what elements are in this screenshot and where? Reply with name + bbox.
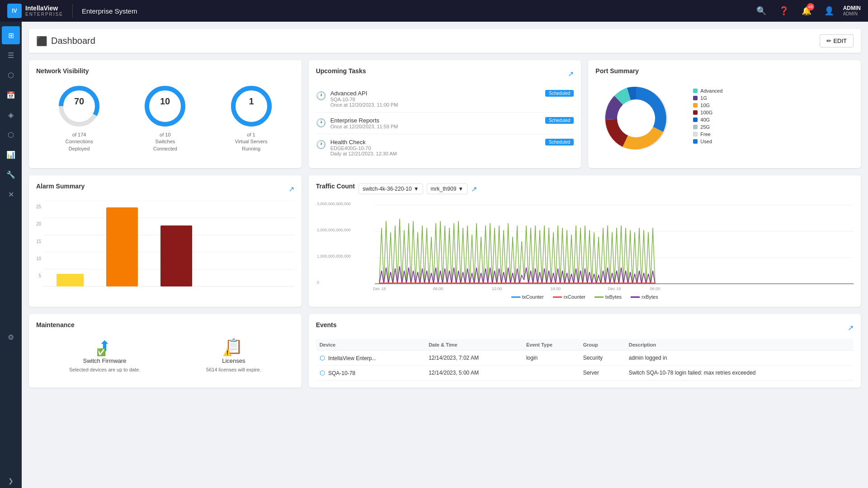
sidebar-item-list[interactable]: ☰ [2,46,20,64]
user-role: ADMIN [843,11,861,17]
events-header-row: Device Date & Time Event Type Group Desc… [316,339,854,351]
sidebar-item-box[interactable]: ⬡ [2,126,20,144]
event-device-1: ⬡ SQA-10-78 [316,366,425,380]
virtual-servers-label: of 1 Virtual Servers Running [235,131,268,152]
sidebar-item-close[interactable]: ✕ [2,185,20,203]
legend-line-rxbytes [631,296,640,298]
dashboard-grid: Network Visibility 70 of 174 Connections… [29,60,861,388]
legend-dot-used [693,139,698,144]
legend-1g: 1G [693,95,722,101]
maintenance-items: ⬆ ✅ Switch Firmware Selected devices are… [36,334,294,376]
legend-free: Free [693,131,722,137]
port-summary-card: Port Summary [588,60,861,168]
brand-sub: ENTERPRISE [25,12,63,17]
traffic-count-header: Traffic Count switch-4k-36-220-10 ▼ mrk_… [316,183,854,195]
edit-button[interactable]: ✏ EDIT [820,34,854,47]
sidebar-item-reports[interactable]: 📊 [2,145,20,164]
traffic-count-title: Traffic Count [316,183,355,190]
legend-dot-1g [693,96,698,100]
traffic-expand-icon[interactable]: ↗ [471,185,477,193]
legend-line-txcounter [511,296,520,298]
port-selector-value: mrk_th909 [431,186,457,192]
event-datetime-0: 12/14/2023, 7:02 AM [425,351,523,366]
edit-pencil-icon: ✏ [826,38,831,44]
port-summary-content: Advanced 1G 10G 100G [595,80,854,152]
legend-line-txbytes [594,296,604,298]
legend-txbytes: txBytes [594,294,622,300]
logo-text: IntellaView ENTERPRISE [25,5,63,17]
search-icon[interactable]: 🔍 [753,4,770,18]
svg-rect-19 [160,225,192,286]
dashboard-icon: ⬛ [36,36,47,47]
events-title: Events [316,321,337,328]
notification-badge: 48 [807,3,814,10]
task-name-1: Enterprise Reports [330,117,541,124]
task-time-0: Once at 12/20/2023, 11:00 PM [330,102,541,108]
legend-rxcounter: rxCounter [553,294,585,300]
task-name-2: Health Check [330,139,541,145]
switch-chevron-icon: ▼ [414,186,419,192]
firmware-desc: Selected devices are up to date. [69,367,140,372]
firmware-status-icon: ✅ [97,348,106,357]
port-selector-dropdown[interactable]: mrk_th909 ▼ [427,183,468,194]
sidebar-item-group[interactable]: ⬡ [2,66,20,84]
maintenance-firmware: ⬆ ✅ Switch Firmware Selected devices are… [69,338,140,372]
virtual-servers-donut: 1 of 1 Virtual Servers Running [229,84,274,152]
sidebar-item-dashboard[interactable]: ⊞ [2,26,20,44]
svg-rect-18 [106,207,138,286]
maintenance-card: Maintenance ⬆ ✅ Switch Firmware Selected… [29,314,302,388]
events-expand-icon[interactable]: ↗ [848,324,854,332]
task-name-0: Advanced API [330,90,541,97]
sidebar-item-settings[interactable]: ⚙ [2,328,20,346]
svg-rect-17 [57,274,84,286]
maintenance-licenses: 📋 ⚠️ Licenses 5614 licenses will expire. [206,338,261,372]
sidebar-item-tools[interactable]: 🔧 [2,165,20,183]
alarm-bar-chart-svg: Minor Major Critical [43,201,294,286]
legend-dot-free [693,132,698,136]
legend-dot-100g [693,110,698,115]
notifications-bell[interactable]: 🔔 48 [798,4,815,18]
navbar-divider [72,4,73,18]
task-device-2: EDGE400G-10-70 [330,145,541,151]
event-desc-0: admin logged in [625,351,854,366]
port-summary-chart [595,80,686,152]
task-info-2: Health Check EDGE400G-10-70 Daily at 12/… [330,139,541,156]
legend-10g: 10G [693,103,722,108]
legend-rxbytes: rxBytes [631,294,658,300]
upcoming-tasks-header: Upcoming Tasks ↗ [316,67,574,80]
sidebar-expand-button[interactable]: ❯ [8,477,14,484]
legend-dot-25g [693,125,698,129]
events-table-body: ⬡ IntellaView Enterp... 12/14/2023, 7:02… [316,351,854,380]
event-group-0: Security [580,351,625,366]
event-datetime-1: 12/14/2023, 5:00 AM [425,366,523,380]
legend-40g: 40G [693,117,722,122]
events-table: Device Date & Time Event Type Group Desc… [316,339,854,380]
legend-25g: 25G [693,124,722,130]
task-clock-icon-2: 🕐 [316,140,326,150]
help-icon[interactable]: ❓ [775,4,793,18]
port-summary-title: Port Summary [595,67,854,75]
logo-icon: IV [7,4,22,18]
tasks-list: 🕐 Advanced API SQA-10-78 Once at 12/20/2… [316,85,574,161]
event-type-1 [523,366,580,380]
user-icon[interactable]: 👤 [821,4,838,18]
page-title: Dashboard [51,36,95,46]
alarm-expand-icon[interactable]: ↗ [288,185,294,193]
port-legend: Advanced 1G 10G 100G [693,88,722,144]
switch-selector-value: switch-4k-36-220-10 [363,186,412,192]
traffic-chart-container: 3,000,000,000,000 2,000,000,000,000 1,00… [316,201,854,291]
switches-donut: 10 of 10 Switches Connected [142,84,188,152]
sidebar-item-calendar[interactable]: 📅 [2,86,20,104]
switch-selector-dropdown[interactable]: switch-4k-36-220-10 ▼ [359,183,423,194]
switches-label: of 10 Switches Connected [153,131,177,152]
sidebar-item-topology[interactable]: ◈ [2,106,20,124]
svg-text:10: 10 [160,96,170,106]
svg-text:12:00: 12:00 [491,286,502,291]
licenses-status-icon: ⚠️ [223,348,232,357]
connections-donut-svg: 70 [57,84,102,129]
task-info-1: Enterprise Reports Once at 12/20/2023, 1… [330,117,541,129]
task-badge-2: Scheduled [545,139,574,145]
user-details: ADMIN ADMIN [843,5,861,17]
svg-point-4 [147,88,183,124]
upcoming-tasks-expand-icon[interactable]: ↗ [568,70,574,78]
